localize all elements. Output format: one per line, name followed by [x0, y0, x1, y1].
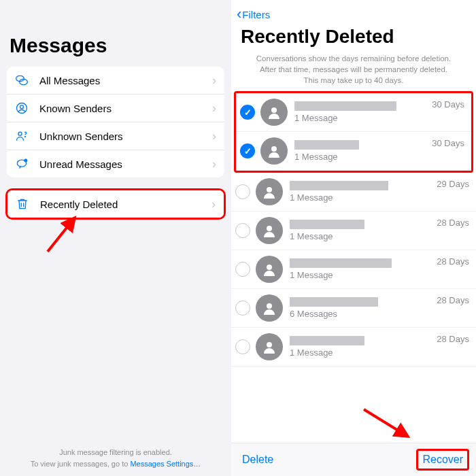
avatar-icon	[256, 178, 283, 205]
filter-label: All Messages	[39, 75, 212, 86]
conversation-row[interactable]: 6 Messages 28 Days	[231, 289, 476, 328]
days-remaining: 29 Days	[437, 178, 469, 189]
conversation-info: 1 Message	[294, 101, 428, 123]
days-remaining: 30 Days	[432, 99, 464, 109]
avatar-icon	[256, 256, 283, 283]
avatar-icon	[260, 99, 288, 126]
message-count: 1 Message	[294, 113, 428, 123]
contact-name-redacted	[294, 101, 396, 111]
conversation-info: 1 Message	[290, 181, 432, 203]
selection-checkbox[interactable]	[240, 105, 255, 120]
conversation-list: 1 Message 30 Days 1 Message 30 Days 1 Me…	[231, 91, 476, 443]
avatar-icon	[260, 137, 288, 165]
avatar-icon	[256, 333, 283, 360]
contact-name-redacted	[294, 140, 359, 150]
conversation-info: 1 Message	[290, 336, 432, 358]
svg-point-13	[267, 265, 272, 270]
junk-note-line2: To view junk messages, go to Messages Se…	[0, 458, 231, 470]
message-count: 1 Message	[290, 347, 432, 358]
svg-point-3	[20, 105, 24, 109]
conversation-info: 1 Message	[290, 220, 432, 241]
conversation-info: 1 Message	[290, 258, 432, 280]
svg-point-4	[18, 132, 22, 135]
filter-row-all-messages[interactable]: All Messages ›	[7, 67, 224, 95]
selection-checkbox[interactable]	[240, 143, 255, 158]
page-title: Messages	[10, 34, 222, 57]
junk-filter-note: Junk message filtering is enabled. To vi…	[0, 447, 231, 469]
svg-point-11	[267, 187, 272, 192]
chevron-right-icon: ›	[212, 129, 216, 143]
svg-point-7	[24, 159, 27, 163]
selection-checkbox[interactable]	[235, 339, 250, 354]
chevron-right-icon: ›	[212, 157, 216, 171]
bottom-toolbar: Delete Recover	[231, 443, 476, 476]
selection-checkbox[interactable]	[235, 223, 250, 238]
person-question-icon	[15, 129, 33, 143]
conversation-row[interactable]: 1 Message 30 Days	[236, 93, 471, 132]
message-count: 6 Messages	[290, 309, 432, 319]
selection-checkbox[interactable]	[235, 184, 250, 199]
days-remaining: 30 Days	[432, 137, 464, 148]
recover-button[interactable]: Recover	[416, 449, 469, 471]
chevron-left-icon: ‹	[237, 5, 241, 23]
conversation-row[interactable]: 1 Message 29 Days	[231, 173, 476, 211]
svg-point-15	[267, 342, 272, 347]
avatar-icon	[256, 217, 283, 244]
chevron-right-icon: ›	[212, 73, 216, 88]
selection-checkbox[interactable]	[235, 262, 250, 277]
days-remaining: 28 Days	[437, 333, 469, 344]
filter-row-unknown-senders[interactable]: Unknown Senders ›	[7, 122, 224, 150]
contact-name-redacted	[290, 297, 378, 307]
conversation-row[interactable]: 1 Message 28 Days	[231, 250, 476, 289]
filter-label: Known Senders	[39, 103, 212, 114]
chevron-right-icon: ›	[212, 101, 216, 116]
deletion-info-text: Conversations show the days remaining be…	[231, 52, 476, 91]
message-count: 1 Message	[290, 192, 432, 203]
days-remaining: 28 Days	[437, 294, 469, 305]
messages-filters-panel: Messages All Messages › Known Senders › …	[0, 0, 231, 476]
recently-deleted-panel: ‹ Filters Recently Deleted Conversations…	[231, 0, 476, 476]
conversation-info: 6 Messages	[290, 297, 432, 319]
conversation-row[interactable]: 1 Message 28 Days	[231, 211, 476, 250]
avatar-icon	[256, 294, 283, 322]
filter-row-known-senders[interactable]: Known Senders ›	[7, 95, 224, 122]
recently-deleted-title: Recently Deleted	[241, 26, 466, 48]
svg-line-8	[48, 218, 75, 252]
back-label: Filters	[242, 9, 270, 20]
filter-row-unread-messages[interactable]: Unread Messages ›	[7, 150, 224, 177]
person-circle-icon	[15, 101, 33, 116]
svg-point-10	[271, 146, 277, 152]
svg-point-12	[267, 226, 272, 231]
filter-label: Unread Messages	[39, 158, 212, 170]
conversation-row[interactable]: 1 Message 30 Days	[236, 132, 471, 171]
contact-name-redacted	[290, 258, 392, 268]
selected-conversations-highlight: 1 Message 30 Days 1 Message 30 Days	[234, 91, 473, 173]
filter-label: Unknown Senders	[39, 131, 212, 142]
svg-point-9	[271, 107, 277, 113]
selection-checkbox[interactable]	[235, 301, 250, 316]
trash-icon	[16, 197, 33, 211]
contact-name-redacted	[290, 181, 388, 190]
message-count: 1 Message	[290, 270, 432, 280]
recently-deleted-group: Recently Deleted ›	[5, 188, 226, 220]
filters-group: All Messages › Known Senders › Unknown S…	[7, 67, 224, 177]
delete-button[interactable]: Delete	[242, 454, 273, 466]
svg-point-5	[25, 136, 26, 137]
days-remaining: 28 Days	[437, 256, 469, 267]
contact-name-redacted	[290, 336, 364, 345]
chat-bubbles-icon	[15, 73, 33, 88]
message-count: 1 Message	[290, 231, 432, 241]
recently-deleted-row[interactable]: Recently Deleted ›	[7, 190, 224, 218]
days-remaining: 28 Days	[437, 217, 469, 228]
chevron-right-icon: ›	[211, 197, 216, 211]
back-to-filters-button[interactable]: ‹ Filters	[231, 0, 476, 23]
junk-note-line1: Junk message filtering is enabled.	[0, 447, 231, 458]
svg-point-14	[267, 303, 272, 309]
recently-deleted-label: Recently Deleted	[40, 199, 211, 210]
contact-name-redacted	[290, 220, 364, 229]
messages-settings-link[interactable]: Messages Settings…	[130, 460, 201, 468]
conversation-row[interactable]: 1 Message 28 Days	[231, 328, 476, 367]
conversation-info: 1 Message	[294, 140, 428, 162]
unread-bubble-icon	[15, 156, 33, 171]
message-count: 1 Message	[294, 152, 428, 162]
